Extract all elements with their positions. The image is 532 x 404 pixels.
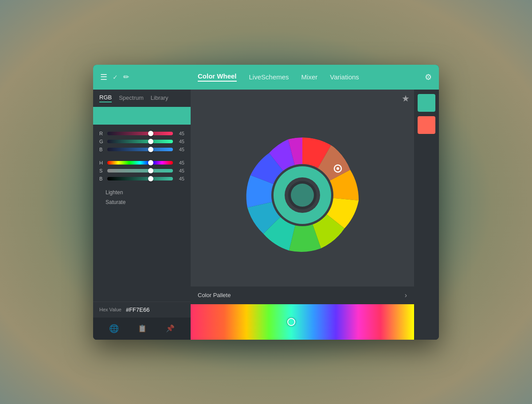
app-container: ☰ ✓ ✏ Color Wheel LiveSchemes Mixer Vari…	[93, 65, 439, 340]
brush-icon[interactable]: ✓	[113, 74, 118, 81]
lighten-saturate-section: Lighten Saturate	[99, 189, 184, 205]
g-slider[interactable]	[107, 140, 173, 143]
palette-cursor[interactable]	[287, 318, 295, 326]
tab-live-schemes[interactable]: LiveSchemes	[249, 73, 289, 81]
color-preview-bar	[93, 107, 191, 125]
sidebar-tab-rgb[interactable]: RGB	[99, 94, 112, 102]
coral-swatch[interactable]	[418, 116, 435, 134]
h-slider[interactable]	[107, 161, 173, 165]
settings-icon[interactable]: ⚙	[425, 72, 432, 82]
r-label: R	[99, 131, 105, 136]
palette-header[interactable]: Color Pallete ›	[191, 286, 414, 304]
r-value: 45	[176, 131, 184, 136]
hsb-b-slider[interactable]	[107, 177, 173, 180]
h-label: H	[99, 160, 105, 165]
lighten-label: Lighten	[106, 189, 178, 196]
g-value: 45	[176, 139, 184, 144]
g-label: G	[99, 139, 105, 144]
main-content: RGB Spectrum Library R 45	[93, 90, 439, 340]
hex-row: Hex Value #FF7E66	[93, 302, 191, 318]
palette-section: Color Pallete ›	[191, 286, 414, 340]
far-right-panel	[414, 90, 439, 340]
hex-label: Hex Value	[99, 307, 121, 312]
sidebar-tab-spectrum[interactable]: Spectrum	[119, 94, 144, 102]
s-slider[interactable]	[107, 169, 173, 173]
sidebar-sliders: R 45 G 45 B	[93, 125, 191, 302]
palette-gradient[interactable]	[191, 304, 414, 340]
sidebar-tab-library[interactable]: Library	[151, 94, 168, 102]
tab-variations[interactable]: Variations	[330, 73, 359, 81]
header: ☰ ✓ ✏ Color Wheel LiveSchemes Mixer Vari…	[93, 65, 439, 90]
menu-icon[interactable]: ☰	[100, 72, 107, 82]
tab-color-wheel[interactable]: Color Wheel	[198, 72, 237, 82]
hsb-b-label: B	[99, 176, 105, 181]
hsb-b-value: 45	[176, 176, 184, 181]
g-slider-row: G 45	[99, 139, 184, 144]
globe-icon[interactable]: 🌐	[109, 324, 119, 333]
h-value: 45	[176, 160, 184, 165]
svg-point-9	[336, 167, 339, 170]
header-right: ⚙	[425, 72, 432, 82]
pin-area: ★	[191, 90, 414, 104]
b-value: 45	[176, 147, 184, 152]
rgb-group: R 45 G 45 B	[99, 131, 184, 152]
palette-chevron-icon[interactable]: ›	[405, 291, 407, 299]
h-slider-row: H 45	[99, 160, 184, 165]
pin-icon[interactable]: 📌	[166, 324, 175, 333]
wheel-area[interactable]	[191, 104, 414, 286]
palette-label: Color Pallete	[198, 292, 231, 298]
tab-mixer[interactable]: Mixer	[301, 73, 318, 81]
sidebar: RGB Spectrum Library R 45	[93, 90, 191, 340]
r-slider[interactable]	[107, 132, 173, 135]
sidebar-tabs: RGB Spectrum Library	[93, 90, 191, 107]
right-panel: ★	[191, 90, 414, 340]
eyedropper-icon[interactable]: ✏	[123, 73, 129, 81]
hsb-b-slider-row: B 45	[99, 176, 184, 181]
clipboard-icon[interactable]: 📋	[138, 324, 147, 333]
teal-swatch[interactable]	[418, 94, 435, 112]
b-label: B	[99, 147, 105, 152]
header-left: ☰ ✓ ✏	[100, 72, 198, 82]
saturate-label: Saturate	[106, 199, 178, 205]
s-label: S	[99, 168, 105, 173]
hsb-group: H 45 S 45 B	[99, 160, 184, 181]
sidebar-footer: 🌐 📋 📌	[93, 318, 191, 340]
color-wheel-svg[interactable]	[236, 129, 369, 262]
s-slider-row: S 45	[99, 168, 184, 173]
hex-value[interactable]: #FF7E66	[126, 306, 149, 313]
bookmark-icon[interactable]: ★	[402, 93, 410, 104]
header-nav: Color Wheel LiveSchemes Mixer Variations	[198, 72, 425, 82]
r-slider-row: R 45	[99, 131, 184, 136]
b-slider-row: B 45	[99, 147, 184, 152]
s-value: 45	[176, 168, 184, 173]
b-slider[interactable]	[107, 148, 173, 151]
